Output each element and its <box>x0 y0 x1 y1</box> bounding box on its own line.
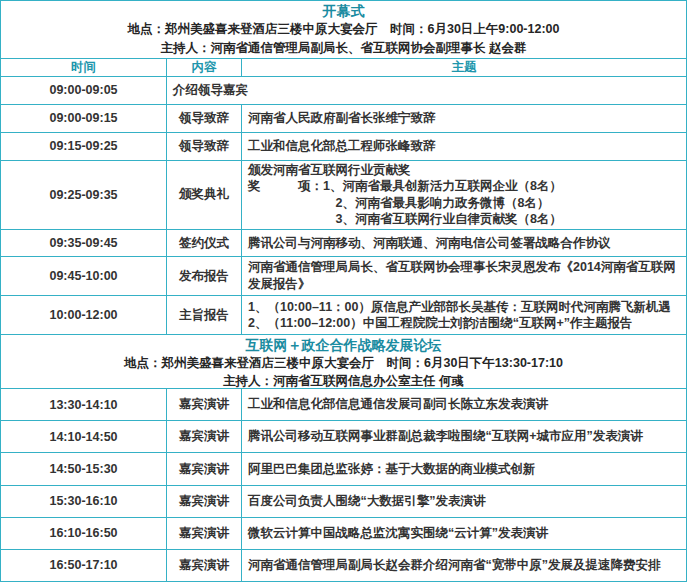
time-cell: 09:00-09:05 <box>1 77 166 104</box>
column-header-row: 时间 内容 主题 <box>1 58 686 76</box>
section-title: 互联网＋政企合作战略发展论坛 <box>1 335 686 354</box>
topic-cell: 腾讯公司移动互联网事业群副总裁李啦围绕“互联网+城市应用”发表演讲 <box>241 421 686 452</box>
topic-cell: 河南省人民政府副省长张维宁致辞 <box>241 105 686 132</box>
column-header-time: 时间 <box>1 59 166 76</box>
content-cell: 嘉宾演讲 <box>166 453 241 484</box>
topic-line: 奖 项：1、河南省最具创新活力互联网企业（8名） <box>248 178 680 195</box>
table-row: 14:50-15:30 嘉宾演讲 阿里巴巴集团总监张婷：基于大数据的商业模式创新 <box>1 452 686 484</box>
table-row: 09:00-09:05 介绍领导嘉宾 <box>1 76 686 104</box>
content-cell: 嘉宾演讲 <box>166 550 241 581</box>
location-time-line: 地点：郑州美盛喜来登酒店三楼中原大宴会厅 时间：6月30日下午13:30-17:… <box>1 354 686 372</box>
content-cell: 嘉宾演讲 <box>166 421 241 452</box>
time-cell: 14:50-15:30 <box>1 453 166 484</box>
topic-cell: 河南省通信管理局局长、省互联网协会理事长宋灵恩发布《2014河南省互联网发展报告… <box>241 257 686 295</box>
time-cell: 16:10-16:50 <box>1 518 166 549</box>
topic-cell: 1、（10:00–11：00）原信息产业部部长吴基传：互联网时代河南腾飞新机遇 … <box>241 296 686 334</box>
column-header-topic: 主题 <box>241 59 686 76</box>
table-row: 16:10-16:50 嘉宾演讲 微软云计算中国战略总监沈寓实围绕“云计算”发表… <box>1 517 686 549</box>
time-cell: 16:50-17:10 <box>1 550 166 581</box>
time-cell: 09:35-09:45 <box>1 230 166 257</box>
content-cell: 嘉宾演讲 <box>166 486 241 517</box>
location-time-line: 地点：郑州美盛喜来登酒店三楼中原大宴会厅 时间：6月30日上午9:00-12:0… <box>1 20 686 39</box>
topic-cell: 腾讯公司与河南移动、河南联通、河南电信公司签署战略合作协议 <box>241 230 686 257</box>
time-cell: 13:30-14:10 <box>1 389 166 420</box>
time-cell: 09:45-10:00 <box>1 257 166 295</box>
topic-cell: 阿里巴巴集团总监张婷：基于大数据的商业模式创新 <box>241 453 686 484</box>
table-row: 09:25-09:35 颁奖典礼 颁发河南省互联网行业贡献奖 奖 项：1、河南省… <box>1 160 686 229</box>
content-cell: 主旨报告 <box>166 296 241 334</box>
content-cell: 嘉宾演讲 <box>166 518 241 549</box>
topic-cell: 工业和信息化部信息通信发展司副司长陈立东发表演讲 <box>241 389 686 420</box>
content-cell: 领导致辞 <box>166 133 241 160</box>
content-cell: 领导致辞 <box>166 105 241 132</box>
table-row: 15:30-16:10 嘉宾演讲 百度公司负责人围绕“大数据引擎”发表演讲 <box>1 485 686 517</box>
table-row: 09:35-09:45 签约仪式 腾讯公司与河南移动、河南联通、河南电信公司签署… <box>1 229 686 257</box>
time-cell: 10:00-12:00 <box>1 296 166 334</box>
topic-line: 颁发河南省互联网行业贡献奖 <box>248 162 680 179</box>
time-cell: 09:25-09:35 <box>1 161 166 229</box>
host-line: 主持人：河南省通信管理局副局长、省互联网协会副理事长 赵会群 <box>1 39 686 58</box>
table-row: 10:00-12:00 主旨报告 1、（10:00–11：00）原信息产业部部长… <box>1 295 686 334</box>
section-header-opening: 开幕式 地点：郑州美盛喜来登酒店三楼中原大宴会厅 时间：6月30日上午9:00-… <box>1 1 686 58</box>
table-row: 09:45-10:00 发布报告 河南省通信管理局局长、省互联网协会理事长宋灵恩… <box>1 256 686 295</box>
content-cell: 颁奖典礼 <box>166 161 241 229</box>
table-row: 09:15-09:25 领导致辞 工业和信息化部总工程师张峰致辞 <box>1 132 686 160</box>
time-cell: 09:15-09:25 <box>1 133 166 160</box>
table-row: 09:00-09:15 领导致辞 河南省人民政府副省长张维宁致辞 <box>1 104 686 132</box>
topic-line: 1、（10:00–11：00）原信息产业部部长吴基传：互联网时代河南腾飞新机遇 <box>248 299 680 316</box>
topic-line: 2、（11:00–12:00）中国工程院院士刘韵洁围绕“互联网+”作主题报告 <box>248 315 680 332</box>
topic-line: 3、河南省互联网行业自律贡献奖（8名） <box>248 211 680 228</box>
content-cell: 嘉宾演讲 <box>166 389 241 420</box>
column-header-content: 内容 <box>166 59 241 76</box>
topic-cell: 河南省通信管理局副局长赵会群介绍河南省“宽带中原”发展及提速降费安排 <box>241 550 686 581</box>
topic-cell: 工业和信息化部总工程师张峰致辞 <box>241 133 686 160</box>
topic-cell: 颁发河南省互联网行业贡献奖 奖 项：1、河南省最具创新活力互联网企业（8名） 2… <box>241 161 686 229</box>
table-row: 13:30-14:10 嘉宾演讲 工业和信息化部信息通信发展司副司长陈立东发表演… <box>1 388 686 420</box>
time-cell: 15:30-16:10 <box>1 486 166 517</box>
topic-line: 2、河南省最具影响力政务微博（8名） <box>248 195 680 212</box>
section-header-forum: 互联网＋政企合作战略发展论坛 地点：郑州美盛喜来登酒店三楼中原大宴会厅 时间：6… <box>1 334 686 388</box>
schedule-table: 开幕式 地点：郑州美盛喜来登酒店三楼中原大宴会厅 时间：6月30日上午9:00-… <box>0 0 687 582</box>
topic-cell: 百度公司负责人围绕“大数据引擎”发表演讲 <box>241 486 686 517</box>
content-cell: 签约仪式 <box>166 230 241 257</box>
table-row: 16:50-17:10 嘉宾演讲 河南省通信管理局副局长赵会群介绍河南省“宽带中… <box>1 549 686 581</box>
time-cell: 14:10-14:50 <box>1 421 166 452</box>
table-row: 14:10-14:50 嘉宾演讲 腾讯公司移动互联网事业群副总裁李啦围绕“互联网… <box>1 420 686 452</box>
section-title: 开幕式 <box>1 1 686 20</box>
content-cell: 介绍领导嘉宾 <box>166 77 686 104</box>
time-cell: 09:00-09:15 <box>1 105 166 132</box>
content-cell: 发布报告 <box>166 257 241 295</box>
topic-cell: 微软云计算中国战略总监沈寓实围绕“云计算”发表演讲 <box>241 518 686 549</box>
